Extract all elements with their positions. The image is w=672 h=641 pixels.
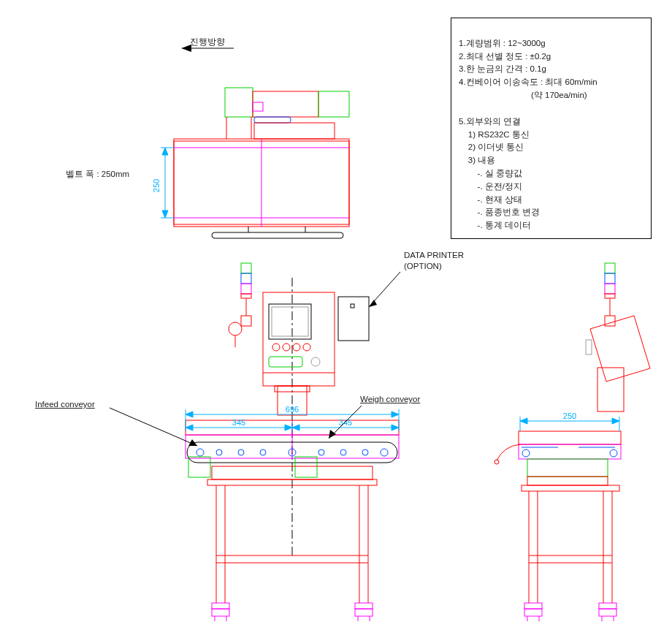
- svg-rect-29: [241, 316, 251, 326]
- svg-rect-107: [527, 459, 608, 477]
- front-view: 696 345 345: [110, 263, 400, 621]
- svg-rect-24: [241, 263, 251, 273]
- svg-rect-108: [527, 477, 608, 485]
- svg-point-52: [216, 450, 222, 455]
- svg-rect-74: [355, 603, 373, 609]
- svg-point-53: [238, 450, 244, 455]
- svg-marker-93: [329, 430, 336, 439]
- svg-marker-83: [285, 425, 292, 431]
- svg-rect-97: [605, 294, 615, 298]
- svg-rect-10: [254, 117, 291, 123]
- svg-rect-103: [519, 444, 621, 459]
- svg-rect-126: [599, 609, 616, 616]
- svg-point-44: [311, 357, 320, 366]
- svg-rect-14: [253, 102, 263, 111]
- svg-point-30: [229, 322, 242, 335]
- svg-rect-100: [597, 368, 624, 411]
- drawing-canvas: 250: [0, 0, 672, 641]
- svg-point-104: [522, 450, 530, 457]
- svg-rect-60: [188, 457, 210, 477]
- svg-rect-38: [272, 307, 308, 336]
- svg-rect-125: [599, 603, 616, 609]
- svg-marker-35: [369, 300, 377, 307]
- svg-line-90: [110, 408, 197, 446]
- svg-rect-7: [225, 88, 253, 117]
- svg-marker-1: [181, 45, 191, 52]
- svg-rect-15: [212, 232, 343, 238]
- svg-rect-25: [241, 273, 251, 284]
- svg-marker-110: [520, 418, 527, 424]
- svg-rect-33: [351, 304, 354, 308]
- svg-rect-102: [519, 431, 621, 444]
- svg-point-40: [283, 344, 290, 351]
- svg-point-59: [381, 449, 388, 456]
- svg-rect-26: [241, 284, 251, 294]
- dim-side-250: 250: [563, 411, 576, 420]
- svg-point-42: [303, 344, 310, 351]
- svg-rect-114: [522, 485, 619, 491]
- svg-point-56: [318, 450, 324, 455]
- svg-rect-75: [355, 609, 373, 616]
- svg-rect-101: [586, 340, 592, 354]
- svg-point-54: [260, 450, 266, 455]
- svg-rect-121: [524, 603, 542, 609]
- dim-front-345r: 345: [339, 418, 352, 427]
- svg-marker-111: [612, 418, 619, 424]
- side-view: 250: [495, 263, 650, 621]
- svg-rect-61: [295, 457, 317, 477]
- svg-marker-19: [162, 148, 168, 155]
- svg-rect-95: [605, 273, 615, 284]
- svg-point-51: [196, 449, 204, 456]
- svg-rect-27: [241, 294, 251, 298]
- svg-rect-70: [212, 603, 229, 609]
- svg-rect-122: [524, 609, 542, 616]
- svg-point-57: [340, 450, 346, 455]
- svg-marker-79: [186, 411, 193, 417]
- svg-point-39: [272, 344, 280, 351]
- svg-marker-82: [186, 425, 193, 431]
- svg-marker-20: [162, 210, 168, 218]
- svg-rect-32: [338, 297, 369, 341]
- svg-marker-86: [392, 425, 399, 431]
- svg-marker-80: [392, 411, 399, 417]
- svg-rect-37: [269, 304, 311, 339]
- svg-point-105: [610, 450, 617, 457]
- svg-rect-94: [605, 263, 615, 273]
- svg-point-41: [293, 344, 300, 351]
- top-view: 250: [152, 88, 349, 238]
- svg-point-58: [362, 450, 368, 455]
- svg-rect-96: [605, 284, 615, 294]
- svg-rect-71: [212, 609, 229, 616]
- svg-rect-99: [605, 316, 615, 326]
- svg-rect-11: [254, 123, 335, 139]
- dim-front-345l: 345: [232, 418, 245, 427]
- svg-rect-9: [318, 91, 349, 117]
- svg-rect-43: [269, 357, 302, 367]
- svg-marker-85: [292, 425, 299, 431]
- dim-front-696: 696: [286, 405, 299, 414]
- dim-top-250: 250: [152, 179, 161, 192]
